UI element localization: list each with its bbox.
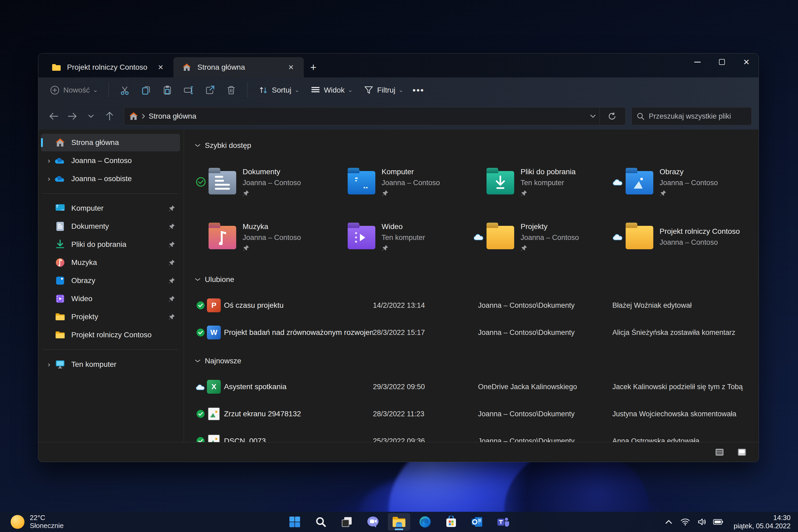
expand-chevron-icon[interactable]: › bbox=[43, 175, 55, 183]
tray-chevron-icon[interactable] bbox=[662, 514, 676, 529]
sidebar-item-muzyka[interactable]: Muzyka bbox=[41, 254, 180, 271]
sidebar-item-label: Komputer bbox=[71, 204, 167, 212]
sidebar-item-strona-glowna[interactable]: Strona główna bbox=[41, 134, 180, 151]
breadcrumb-location[interactable]: Strona główna bbox=[149, 112, 586, 120]
outlook-button[interactable] bbox=[466, 513, 488, 531]
cloud-status-icon bbox=[195, 383, 206, 391]
file-explorer-button[interactable] bbox=[388, 513, 410, 531]
tile-komputer[interactable]: Komputer Joanna – Contoso bbox=[334, 162, 473, 202]
pin-icon bbox=[382, 244, 425, 251]
task-view-button[interactable] bbox=[336, 513, 358, 531]
file-row-dscn-0073[interactable]: DSCN_0073 25/3/2022 09:36 Joanna – Conto… bbox=[195, 431, 750, 442]
collapse-chevron-icon[interactable] bbox=[195, 359, 201, 362]
minimize-button[interactable] bbox=[685, 54, 710, 71]
tab-close-icon[interactable]: ✕ bbox=[285, 61, 297, 73]
wifi-icon[interactable] bbox=[678, 514, 692, 529]
sidebar-item-projekt-rolniczy-contoso[interactable]: Projekt rolniczy Contoso bbox=[41, 326, 180, 344]
tile-wideo[interactable]: Wideo Ten komputer bbox=[334, 217, 473, 257]
battery-icon[interactable] bbox=[711, 514, 725, 529]
file-explorer-window: Projekt rolniczy Contoso ✕ Strona główna… bbox=[38, 53, 759, 462]
file-row-zrzut-ekranu[interactable]: Zrzut ekranu 29478132 28/3/2022 11:23 Jo… bbox=[195, 403, 750, 424]
chevron-down-icon: ⌄ bbox=[294, 88, 299, 93]
tab-close-icon[interactable]: ✕ bbox=[155, 61, 167, 73]
file-row-projekt-badan[interactable]: W Projekt badań nad zrównoważonym rozwoj… bbox=[195, 322, 750, 343]
store-button[interactable] bbox=[440, 513, 462, 531]
copy-button[interactable] bbox=[136, 82, 156, 99]
maximize-button[interactable] bbox=[710, 54, 734, 71]
address-dropdown-button[interactable] bbox=[590, 114, 596, 118]
chat-button[interactable] bbox=[362, 513, 384, 531]
address-bar: Strona główna bbox=[38, 103, 759, 130]
breadcrumb[interactable]: Strona główna bbox=[124, 107, 626, 125]
rename-button[interactable] bbox=[179, 82, 198, 99]
sidebar-item-obrazy[interactable]: Obrazy bbox=[41, 272, 180, 289]
tile-muzyka[interactable]: Muzyka Joanna – Contoso bbox=[195, 217, 334, 257]
tile-projekty[interactable]: Projekty Joanna – Contoso bbox=[473, 217, 612, 257]
file-row-asystent-spotkania[interactable]: X Asystent spotkania 29/3/2022 09:50 One… bbox=[195, 376, 750, 397]
large-thumbnails-view-button[interactable] bbox=[734, 445, 749, 459]
sidebar-item-joanna-osobiste[interactable]: › Joanna – osobiste bbox=[41, 170, 180, 188]
toolbar-separator bbox=[109, 83, 109, 98]
collapse-chevron-icon[interactable] bbox=[195, 278, 201, 281]
tab-label: Projekt rolniczy Contoso bbox=[67, 63, 150, 72]
search-box[interactable] bbox=[631, 107, 752, 125]
sort-button[interactable]: Sortuj ⌄ bbox=[254, 82, 304, 99]
sidebar-item-komputer[interactable]: Komputer bbox=[41, 200, 180, 217]
desktop: Projekt rolniczy Contoso ✕ Strona główna… bbox=[0, 0, 798, 532]
refresh-button[interactable] bbox=[604, 108, 621, 125]
delete-button[interactable] bbox=[222, 82, 241, 99]
sidebar-item-ten-komputer[interactable]: › Ten komputer bbox=[41, 356, 180, 373]
view-button[interactable]: Widok ⌄ bbox=[306, 82, 357, 99]
sidebar-item-wideo[interactable]: Wideo bbox=[41, 290, 180, 307]
tile-dokumenty[interactable]: Dokumenty Joanna – Contoso bbox=[195, 162, 334, 202]
tile-projekt-rolniczy-contoso[interactable]: Projekt rolniczy Contoso Joanna – Contos… bbox=[612, 217, 751, 257]
new-tab-button[interactable]: + bbox=[305, 59, 321, 75]
tile-obrazy[interactable]: Obrazy Joanna – Contoso bbox=[612, 162, 751, 202]
new-button-label: Nowość bbox=[63, 86, 90, 94]
teams-button[interactable] bbox=[492, 513, 514, 531]
quick-access-grid: Dokumenty Joanna – Contoso Komputer Joan bbox=[195, 162, 750, 257]
file-row-os-czasu-projektu[interactable]: P Oś czasu projektu 14/2/2022 13:14 Joan… bbox=[195, 295, 750, 316]
sync-ok-icon bbox=[195, 437, 206, 442]
sidebar-item-projekty[interactable]: Projekty bbox=[41, 308, 180, 326]
file-date: 28/3/2022 15:17 bbox=[373, 328, 478, 337]
recent-locations-button[interactable] bbox=[82, 108, 99, 125]
tile-location: Ten komputer bbox=[382, 233, 425, 242]
section-header-favorites[interactable]: Ulubione bbox=[195, 272, 750, 287]
sidebar-item-dokumenty[interactable]: Dokumenty bbox=[41, 217, 180, 235]
cut-button[interactable] bbox=[115, 82, 134, 99]
filter-icon bbox=[363, 85, 374, 95]
pin-icon bbox=[243, 244, 301, 251]
start-button[interactable] bbox=[284, 513, 306, 531]
expand-chevron-icon[interactable]: › bbox=[43, 157, 55, 165]
new-button[interactable]: Nowość ⌄ bbox=[45, 82, 102, 99]
forward-button[interactable] bbox=[64, 108, 81, 125]
collapse-chevron-icon[interactable] bbox=[195, 144, 201, 147]
weather-widget[interactable]: 22°C Słonecznie bbox=[7, 512, 67, 532]
sidebar-item-pliki-do-pobrania[interactable]: Pliki do pobrania bbox=[41, 236, 180, 253]
tile-pliki-do-pobrania[interactable]: Pliki do pobrania Ten komputer bbox=[473, 162, 612, 202]
volume-icon[interactable] bbox=[695, 514, 709, 529]
filter-button[interactable]: Filtruj ⌄ bbox=[359, 82, 408, 99]
tab-projekt-rolniczy[interactable]: Projekt rolniczy Contoso ✕ bbox=[43, 57, 173, 77]
search-input[interactable] bbox=[649, 112, 747, 120]
sync-ok-icon bbox=[195, 410, 206, 418]
paste-button[interactable] bbox=[158, 82, 177, 99]
section-header-recent[interactable]: Najnowsze bbox=[195, 354, 750, 368]
up-button[interactable] bbox=[101, 108, 118, 125]
share-button[interactable] bbox=[200, 82, 220, 99]
content-pane: Szybki dostęp Dokumenty Joanna – Contoso bbox=[184, 130, 759, 442]
back-button[interactable] bbox=[45, 108, 62, 125]
sun-icon bbox=[11, 515, 24, 529]
more-options-button[interactable]: ••• bbox=[410, 85, 427, 95]
file-date: 14/2/2022 13:14 bbox=[373, 301, 478, 310]
sidebar-item-joanna-contoso[interactable]: › Joanna – Contoso bbox=[41, 152, 180, 169]
search-button[interactable] bbox=[310, 513, 332, 531]
edge-button[interactable] bbox=[414, 513, 436, 531]
close-button[interactable]: ✕ bbox=[734, 54, 759, 71]
expand-chevron-icon[interactable]: › bbox=[43, 360, 55, 369]
tab-strona-glowna[interactable]: Strona główna ✕ bbox=[173, 57, 304, 77]
section-header-quick-access[interactable]: Szybki dostęp bbox=[195, 138, 750, 153]
taskbar-clock[interactable]: 14:30 piątek, 05.04.2022 bbox=[732, 514, 793, 530]
details-view-button[interactable] bbox=[712, 445, 727, 459]
